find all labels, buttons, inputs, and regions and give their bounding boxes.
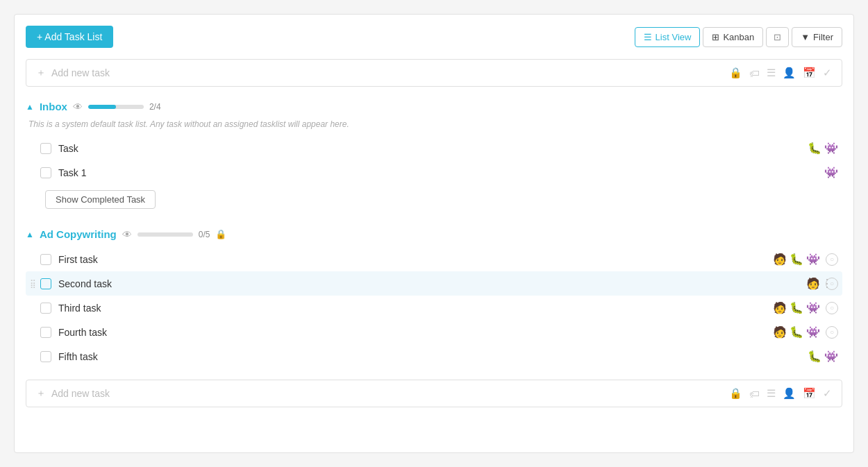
task-name: Third task [58, 303, 767, 314]
kanban-view-button[interactable]: ⊞ Kanban [703, 27, 763, 47]
ad-copywriting-lock-icon: 🔒 [215, 229, 226, 239]
clock-icon: ○ [826, 326, 838, 339]
task-name: Second task [58, 278, 801, 289]
person-icon-bottom: 👤 [783, 387, 796, 400]
kanban-label: Kanban [723, 32, 754, 42]
task-more-button[interactable]: ⋮ [817, 275, 837, 291]
add-task-list-button[interactable]: + Add Task List [26, 26, 113, 48]
task-name: First task [58, 254, 767, 265]
add-task-bar-left: ＋ Add new task [36, 67, 110, 79]
inbox-visibility-icon[interactable]: 👁 [73, 101, 83, 112]
filter-icon: ▼ [801, 32, 810, 42]
inbox-progress-fill [88, 105, 116, 109]
task-emoji: 🐛 [790, 301, 803, 314]
filter-button[interactable]: ▼ Filter [792, 27, 842, 47]
tag-icon: 🏷 [749, 67, 760, 79]
clock-icon: ○ [826, 253, 838, 266]
list-icon: ☰ [767, 67, 776, 79]
task-emoji: 🐛 [808, 142, 821, 155]
task-checkbox[interactable] [40, 167, 51, 178]
task-icons: 🐛 👾 [808, 142, 838, 155]
extra-view-button[interactable]: ⊡ [766, 27, 789, 47]
calendar-icon-bottom: 📅 [803, 387, 816, 400]
task-icons: 🧑 🐛 👾 ○ [773, 301, 838, 314]
task-emoji: 👾 [824, 350, 838, 363]
main-container: + Add Task List ☰ List View ⊞ Kanban ⊡ ▼… [14, 14, 854, 453]
task-emoji: 👾 [806, 325, 820, 339]
plus-icon-bottom: ＋ [36, 387, 46, 400]
task-emoji: 🐛 [808, 350, 821, 363]
check-icon-bottom: ✓ [823, 387, 832, 400]
filter-label: Filter [813, 32, 833, 42]
drag-handle[interactable]: ⣿ [30, 279, 36, 289]
task-emoji: 👾 [806, 301, 820, 314]
add-task-bar-bottom-right-icons: 🔒 🏷 ☰ 👤 📅 ✓ [729, 387, 832, 400]
task-row: ⣿ Second task 🧑 ○ ⋮ [26, 271, 842, 296]
task-icons: 👾 [824, 166, 838, 179]
ad-copywriting-section: ▲ Ad Copywriting 👁 0/5 🔒 ⣿ First task 🧑 … [26, 226, 842, 368]
toolbar: + Add Task List ☰ List View ⊞ Kanban ⊡ ▼… [26, 26, 842, 48]
task-icons: 🧑 🐛 👾 ○ [773, 253, 838, 266]
task-checkbox[interactable] [40, 351, 51, 362]
view-controls: ☰ List View ⊞ Kanban ⊡ ▼ Filter [635, 27, 842, 47]
list-view-button[interactable]: ☰ List View [635, 27, 701, 47]
clock-icon: ○ [826, 302, 838, 314]
task-emoji: 🧑 [773, 325, 787, 339]
task-icons: 🧑 🐛 👾 ○ [773, 325, 838, 339]
add-task-bottom-placeholder: Add new task [51, 388, 110, 399]
add-task-bar-bottom[interactable]: ＋ Add new task 🔒 🏷 ☰ 👤 📅 ✓ [26, 380, 842, 407]
check-icon: ✓ [823, 67, 832, 79]
task-checkbox[interactable] [40, 143, 51, 154]
kanban-icon: ⊞ [712, 32, 719, 42]
inbox-collapse-toggle[interactable]: ▲ [26, 102, 34, 112]
show-completed-button[interactable]: Show Completed Task [45, 190, 156, 209]
task-emoji: 👾 [824, 142, 838, 155]
ad-copywriting-visibility-icon[interactable]: 👁 [122, 229, 132, 240]
task-row: ⣿ Third task 🧑 🐛 👾 ○ [26, 296, 842, 320]
task-emoji: 👾 [824, 166, 838, 179]
add-task-placeholder: Add new task [51, 67, 110, 78]
task-name: Fourth task [58, 327, 767, 338]
task-checkbox[interactable] [40, 254, 51, 265]
person-icon: 👤 [783, 67, 796, 79]
task-name: Task [58, 143, 802, 154]
ad-copywriting-section-header: ▲ Ad Copywriting 👁 0/5 🔒 [26, 226, 842, 243]
task-emoji: 🐛 [790, 253, 803, 266]
task-icons: 🐛 👾 [808, 350, 838, 363]
list-view-icon: ☰ [644, 32, 652, 42]
ad-copywriting-title[interactable]: Ad Copywriting [40, 228, 117, 240]
inbox-title[interactable]: Inbox [40, 101, 67, 112]
list-icon-bottom: ☰ [767, 387, 776, 400]
calendar-icon: 📅 [803, 67, 816, 79]
tag-icon-bottom: 🏷 [749, 388, 760, 400]
ad-copywriting-collapse-toggle[interactable]: ▲ [26, 230, 34, 239]
task-row: ⣿ Task 1 👾 [26, 160, 842, 185]
inbox-description: This is a system default task list. Any … [28, 119, 842, 129]
inbox-progress-label: 2/4 [149, 102, 161, 112]
task-checkbox[interactable] [40, 278, 51, 289]
task-row: ⣿ Fifth task 🐛 👾 [26, 344, 842, 368]
task-row: ⣿ First task 🧑 🐛 👾 ○ [26, 247, 842, 271]
task-checkbox[interactable] [40, 303, 51, 314]
ad-copywriting-progress-label: 0/5 [199, 230, 210, 239]
task-checkbox[interactable] [40, 327, 51, 338]
task-row: ⣿ Task 🐛 👾 [26, 136, 842, 160]
ad-copywriting-progress-bar [137, 232, 193, 237]
task-row: ⣿ Fourth task 🧑 🐛 👾 ○ [26, 320, 842, 344]
inbox-progress-bar [88, 105, 144, 109]
list-view-label: List View [656, 32, 692, 42]
task-emoji: 👾 [806, 253, 820, 266]
plus-icon: ＋ [36, 67, 46, 79]
add-task-bar-right-icons: 🔒 🏷 ☰ 👤 📅 ✓ [729, 67, 832, 79]
add-task-bar-top[interactable]: ＋ Add new task 🔒 🏷 ☰ 👤 📅 ✓ [26, 59, 842, 87]
task-name: Task 1 [58, 167, 819, 178]
inbox-section: ▲ Inbox 👁 2/4 This is a system default t… [26, 98, 842, 214]
lock-icon: 🔒 [729, 67, 742, 79]
lock-icon-bottom: 🔒 [729, 387, 742, 400]
task-emoji: 🐛 [790, 325, 803, 339]
task-emoji: 🧑 [773, 253, 787, 266]
inbox-section-header: ▲ Inbox 👁 2/4 [26, 98, 842, 115]
task-emoji: 🧑 [773, 301, 787, 314]
task-name: Fifth task [58, 351, 802, 362]
add-task-bar-bottom-left: ＋ Add new task [36, 387, 110, 400]
